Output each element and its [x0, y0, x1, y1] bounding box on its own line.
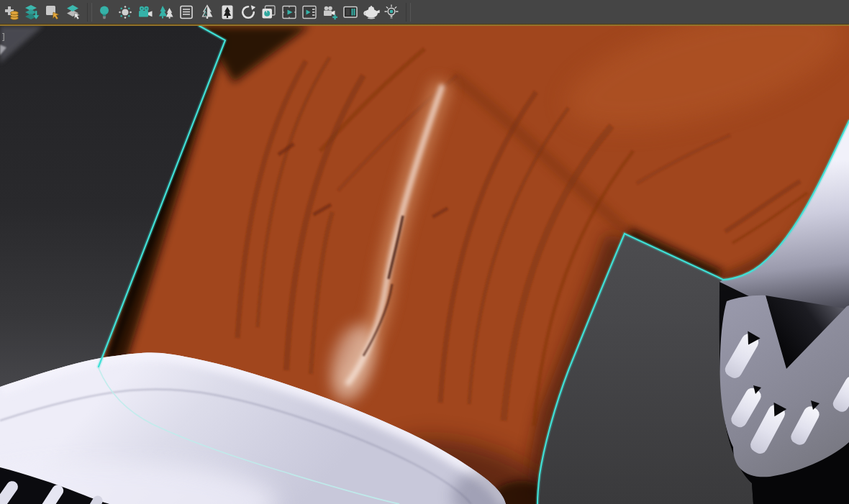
- toolbar-button-bulb-rays[interactable]: [382, 3, 401, 22]
- toolbar-button-play-list-frame[interactable]: [300, 3, 319, 22]
- bulb-icon: [96, 4, 113, 21]
- stacked-frames-pie-icon: [260, 4, 277, 21]
- toolbar-button-layers-cursor[interactable]: [64, 3, 83, 22]
- play-frame-icon: [281, 4, 298, 21]
- tree-card-icon: [219, 4, 236, 21]
- active-viewport-border: [0, 24, 849, 26]
- film-camera-icon: [137, 4, 154, 21]
- teapot-icon: [363, 4, 380, 21]
- toolbar-button-film-camera[interactable]: [136, 3, 155, 22]
- toolbar-button-bulb[interactable]: [95, 3, 114, 22]
- play-list-frame-icon: [301, 4, 318, 21]
- monitor-stripes-icon: [342, 4, 359, 21]
- toolbar-button-film-camera-plus[interactable]: [321, 3, 340, 22]
- square-cursor-icon: [44, 4, 61, 21]
- list-panel-icon: [178, 4, 195, 21]
- toolbar-button-trees[interactable]: [157, 3, 176, 22]
- toolbar-button-monitor-stripes[interactable]: [341, 3, 360, 22]
- trees-icon: [158, 4, 175, 21]
- toolbar-button-plus-coins[interactable]: [2, 3, 21, 22]
- viewport-label-fragment: ]: [1, 32, 6, 42]
- toolbar-button-stacked-frames-pie[interactable]: [259, 3, 278, 22]
- toolbar-button-sun-dots[interactable]: [116, 3, 135, 22]
- scene-canvas: [0, 26, 849, 504]
- toolbar-separator: [87, 3, 92, 22]
- sun-dots-icon: [117, 4, 134, 21]
- layers-down-arrow-icon: [24, 4, 41, 21]
- plus-coins-icon: [3, 4, 20, 21]
- layers-cursor-icon: [65, 4, 82, 21]
- toolbar-button-half-tree[interactable]: [198, 3, 217, 22]
- bulb-rays-icon: [383, 4, 400, 21]
- toolbar-button-play-frame[interactable]: [280, 3, 299, 22]
- main-toolbar: [0, 0, 849, 24]
- half-tree-icon: [199, 4, 216, 21]
- toolbar-button-list-panel[interactable]: [177, 3, 196, 22]
- toolbar-button-layers-down-arrow[interactable]: [23, 3, 42, 22]
- toolbar-button-tree-card[interactable]: [218, 3, 237, 22]
- toolbar-separator: [406, 3, 411, 22]
- toolbar-button-circular-arrow[interactable]: [239, 3, 258, 22]
- viewport-3d[interactable]: ]: [0, 26, 849, 504]
- toolbar-button-teapot[interactable]: [362, 3, 381, 22]
- circular-arrow-icon: [240, 4, 257, 21]
- film-camera-plus-icon: [322, 4, 339, 21]
- toolbar-button-square-cursor[interactable]: [43, 3, 62, 22]
